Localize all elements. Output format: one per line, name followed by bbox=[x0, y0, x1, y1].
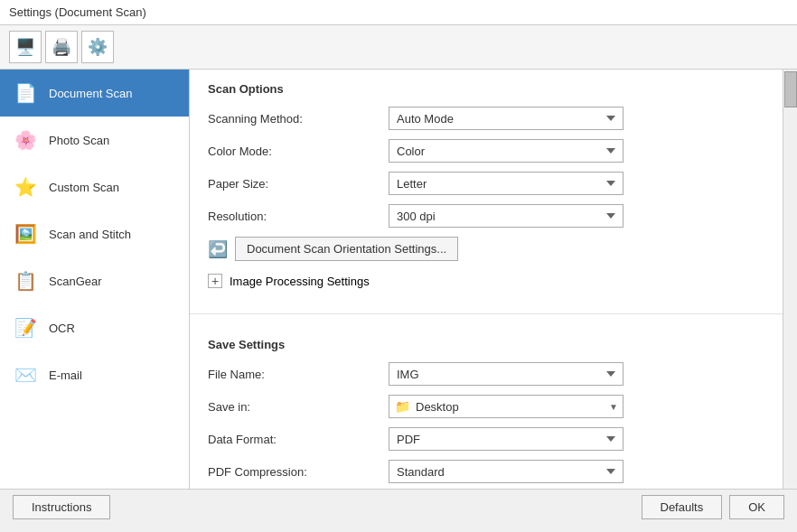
paper-size-control: Letter Legal A4 A5 bbox=[389, 172, 624, 195]
pdf-compression-row: PDF Compression: Standard High bbox=[208, 460, 764, 483]
color-mode-label: Color Mode: bbox=[208, 145, 389, 158]
sidebar-item-scangear[interactable]: 📋 ScanGear bbox=[0, 257, 189, 304]
orientation-row: ↩️ Document Scan Orientation Settings... bbox=[208, 237, 764, 261]
sidebar-label-email: E-mail bbox=[49, 369, 82, 382]
email-icon: ✉️ bbox=[11, 360, 40, 389]
image-processing-row[interactable]: + Image Processing Settings bbox=[208, 270, 764, 292]
sidebar-label-scan-and-stitch: Scan and Stitch bbox=[49, 228, 131, 241]
file-name-row: File Name: IMG bbox=[208, 362, 764, 386]
color-mode-select[interactable]: Color Grayscale Black and White bbox=[389, 139, 624, 163]
orientation-settings-button[interactable]: Document Scan Orientation Settings... bbox=[235, 237, 458, 261]
folder-icon: 📁 bbox=[395, 399, 410, 414]
save-in-control: 📁 Desktop ▼ bbox=[389, 395, 624, 418]
paper-size-select[interactable]: Letter Legal A4 A5 bbox=[389, 172, 624, 195]
content-area: Scan Options Scanning Method: Auto Mode … bbox=[190, 70, 783, 489]
save-in-row: Save in: 📁 Desktop ▼ bbox=[208, 395, 764, 418]
scanning-method-row: Scanning Method: Auto Mode Flatbed ADF (… bbox=[208, 107, 764, 130]
sidebar-label-ocr: OCR bbox=[49, 322, 75, 335]
sidebar-label-photo-scan: Photo Scan bbox=[49, 134, 109, 147]
file-name-label: File Name: bbox=[208, 368, 389, 381]
sidebar-item-email[interactable]: ✉️ E-mail bbox=[0, 351, 189, 398]
pdf-compression-select[interactable]: Standard High bbox=[389, 460, 624, 483]
document-scan-icon: 📄 bbox=[11, 79, 40, 107]
data-format-select[interactable]: PDF PDF (Multiple Pages) JPEG PNG TIFF bbox=[389, 427, 624, 451]
resolution-row: Resolution: 75 dpi 150 dpi 300 dpi 600 d… bbox=[208, 204, 764, 228]
resolution-select[interactable]: 75 dpi 150 dpi 300 dpi 600 dpi bbox=[389, 204, 624, 228]
footer: Instructions Defaults OK bbox=[0, 489, 797, 525]
scrollbar-track[interactable] bbox=[783, 70, 797, 489]
scanning-method-control: Auto Mode Flatbed ADF (Simplex) ADF (Dup… bbox=[389, 107, 624, 130]
file-name-select[interactable]: IMG bbox=[389, 362, 624, 386]
sidebar-item-scan-and-stitch[interactable]: 🖼️ Scan and Stitch bbox=[0, 210, 189, 257]
save-in-dropdown-arrow: ▼ bbox=[605, 402, 623, 412]
data-format-control: PDF PDF (Multiple Pages) JPEG PNG TIFF bbox=[389, 427, 624, 451]
paper-size-row: Paper Size: Letter Legal A4 A5 bbox=[208, 172, 764, 195]
instructions-button[interactable]: Instructions bbox=[13, 495, 110, 519]
ok-button[interactable]: OK bbox=[729, 495, 784, 519]
color-mode-row: Color Mode: Color Grayscale Black and Wh… bbox=[208, 139, 764, 163]
sidebar-label-scangear: ScanGear bbox=[49, 275, 102, 288]
scan-options-title: Scan Options bbox=[208, 82, 764, 96]
settings-toolbar-button[interactable]: ⚙️ bbox=[81, 31, 114, 63]
resolution-control: 75 dpi 150 dpi 300 dpi 600 dpi bbox=[389, 204, 624, 228]
window-title: Settings (Document Scan) bbox=[9, 5, 146, 19]
title-bar: Settings (Document Scan) bbox=[0, 0, 797, 25]
scan-and-stitch-icon: 🖼️ bbox=[11, 219, 40, 248]
save-settings-title: Save Settings bbox=[208, 338, 764, 351]
sidebar-item-custom-scan[interactable]: ⭐ Custom Scan bbox=[0, 163, 189, 210]
scrollbar-thumb[interactable] bbox=[784, 71, 797, 107]
pdf-compression-control: Standard High bbox=[389, 460, 624, 483]
custom-scan-icon: ⭐ bbox=[11, 173, 40, 201]
footer-left: Instructions bbox=[13, 495, 110, 519]
pdf-compression-label: PDF Compression: bbox=[208, 465, 389, 479]
image-processing-label: Image Processing Settings bbox=[230, 275, 370, 288]
save-settings-section: Save Settings File Name: IMG Save in: 📁 … bbox=[190, 325, 783, 489]
pc-toolbar-button[interactable]: 🖥️ bbox=[9, 31, 42, 63]
printer-toolbar-button[interactable]: 🖨️ bbox=[45, 31, 78, 63]
footer-right: Defaults OK bbox=[642, 495, 785, 519]
defaults-button[interactable]: Defaults bbox=[642, 495, 723, 519]
sidebar-item-ocr[interactable]: 📝 OCR bbox=[0, 304, 189, 351]
orientation-icon: ↩️ bbox=[208, 239, 228, 259]
expand-icon: + bbox=[208, 274, 222, 288]
sidebar-label-custom-scan: Custom Scan bbox=[49, 181, 119, 194]
toolbar: 🖥️ 🖨️ ⚙️ bbox=[0, 25, 797, 70]
paper-size-label: Paper Size: bbox=[208, 177, 389, 191]
sidebar-item-document-scan[interactable]: 📄 Document Scan bbox=[0, 70, 189, 117]
ocr-icon: 📝 bbox=[11, 313, 40, 342]
sidebar-item-photo-scan[interactable]: 🌸 Photo Scan bbox=[0, 117, 189, 163]
save-in-value: Desktop bbox=[416, 400, 605, 414]
scan-options-section: Scan Options Scanning Method: Auto Mode … bbox=[190, 70, 783, 310]
color-mode-control: Color Grayscale Black and White bbox=[389, 139, 624, 163]
scangear-icon: 📋 bbox=[11, 266, 40, 295]
main-layout: 📄 Document Scan 🌸 Photo Scan ⭐ Custom Sc… bbox=[0, 70, 797, 489]
data-format-row: Data Format: PDF PDF (Multiple Pages) JP… bbox=[208, 427, 764, 451]
scanning-method-select[interactable]: Auto Mode Flatbed ADF (Simplex) ADF (Dup… bbox=[389, 107, 624, 130]
resolution-label: Resolution: bbox=[208, 210, 389, 223]
sidebar: 📄 Document Scan 🌸 Photo Scan ⭐ Custom Sc… bbox=[0, 70, 190, 489]
sidebar-label-document-scan: Document Scan bbox=[49, 87, 133, 100]
divider bbox=[190, 313, 783, 314]
data-format-label: Data Format: bbox=[208, 433, 389, 446]
file-name-control: IMG bbox=[389, 362, 624, 386]
scanning-method-label: Scanning Method: bbox=[208, 112, 389, 126]
photo-scan-icon: 🌸 bbox=[11, 126, 40, 154]
save-in-select[interactable]: 📁 Desktop ▼ bbox=[389, 395, 624, 418]
save-in-label: Save in: bbox=[208, 400, 389, 414]
